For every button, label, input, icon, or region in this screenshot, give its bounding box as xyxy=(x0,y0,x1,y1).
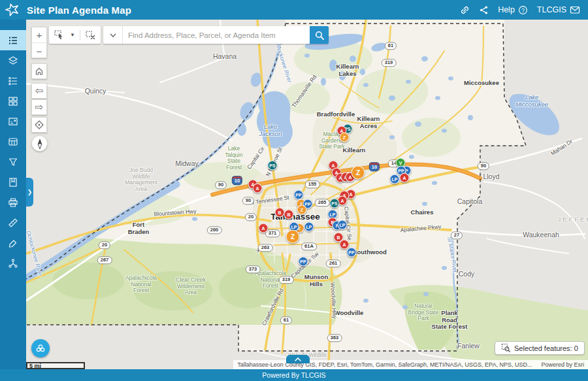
help-button[interactable]: Help ? xyxy=(498,5,528,15)
map-label: Natural Bridge State Park xyxy=(408,303,439,322)
map-marker-PS[interactable]: PS xyxy=(268,161,278,171)
selected-features-icon xyxy=(501,343,511,353)
map-marker-LP[interactable]: LP xyxy=(304,222,314,232)
search-button[interactable] xyxy=(310,26,329,44)
sidebar-item-analysis[interactable] xyxy=(0,253,26,273)
link-icon[interactable] xyxy=(460,5,470,15)
sidebar-item-basemap-gallery[interactable] xyxy=(0,91,26,111)
sidebar-item-legend[interactable] xyxy=(0,30,26,50)
map-label: Apalachee Pkwy xyxy=(400,224,441,234)
network-icon xyxy=(8,258,18,269)
chevron-down-icon xyxy=(108,31,118,40)
map-marker-PP[interactable]: PP xyxy=(294,190,304,200)
app-footer: Powered By TLCGIS xyxy=(0,369,588,381)
home-button[interactable] xyxy=(31,63,47,79)
map-label: Ochlockonee River xyxy=(26,230,43,277)
road-shield: 61 xyxy=(385,42,397,50)
map-label: Killearn Acres xyxy=(357,116,380,129)
left-toolbar xyxy=(0,20,26,381)
tlcgis-contact-button[interactable]: TLCGIS xyxy=(537,5,580,14)
road-shield: 90 xyxy=(478,162,489,170)
map-label: JEFFERS xyxy=(557,216,588,224)
map-label: Southwood xyxy=(353,249,387,256)
sidebar-item-print[interactable] xyxy=(0,192,26,212)
interstate-shield: 10 xyxy=(369,162,380,171)
road-shield: 363 xyxy=(327,334,342,342)
svg-text:?: ? xyxy=(521,7,525,13)
next-extent-button[interactable]: ⇨ xyxy=(31,99,47,115)
sidebar-item-measure[interactable] xyxy=(0,212,26,233)
selection-toolbar: ▼ xyxy=(49,26,101,44)
share-icon[interactable] xyxy=(479,5,489,15)
clear-selection-button[interactable] xyxy=(83,27,98,43)
sidebar-item-layers[interactable] xyxy=(0,50,26,71)
locate-icon xyxy=(34,120,44,130)
sidebar-item-attribute-table[interactable] xyxy=(0,131,26,152)
map-marker-A[interactable]: A xyxy=(253,184,263,193)
map-label: Mahan Dr xyxy=(550,139,574,157)
road-shield: 61 xyxy=(280,316,292,324)
clear-selection-icon xyxy=(85,29,96,41)
map-marker-B[interactable]: B xyxy=(284,210,294,220)
road-shield: 27 xyxy=(451,231,463,239)
road-shield: 90 xyxy=(215,181,227,189)
map-marker-Z[interactable]: Z xyxy=(297,205,307,215)
compass-button[interactable] xyxy=(31,135,48,152)
map-marker-Z[interactable]: Z xyxy=(351,166,365,180)
map-label: Joe Budd Wildlife Management Area xyxy=(125,167,157,192)
road-shield: 20 xyxy=(99,241,110,249)
map-label: Lake Talquin State Forest xyxy=(225,146,243,171)
sidebar-item-map-frame[interactable] xyxy=(0,111,26,131)
attribution-expand-tab[interactable] xyxy=(286,355,310,363)
selected-features-button[interactable]: Selected features: 0 xyxy=(495,341,585,355)
road-shield: 267 xyxy=(97,256,112,264)
map-marker-LP[interactable]: LP xyxy=(390,174,400,184)
map-label: Midway xyxy=(175,160,199,168)
map-marker-PS[interactable]: PS xyxy=(330,199,340,208)
question-circle-icon: ? xyxy=(518,5,528,15)
envelope-icon xyxy=(570,5,580,14)
map-label: Ochlockonee River xyxy=(272,37,292,83)
map-marker-A[interactable]: A xyxy=(259,224,269,233)
map-overlay: HavanaQuincyMidwayKillearn LakesMiccosuk… xyxy=(26,20,588,369)
map-label: Woodville xyxy=(335,310,364,317)
sidebar-item-layer-list[interactable] xyxy=(0,71,26,91)
map-label: Capitola xyxy=(457,198,483,206)
map-marker-Z[interactable]: Z xyxy=(340,133,350,142)
toolbar-divider xyxy=(80,30,80,41)
map-marker-PP[interactable]: PP xyxy=(347,248,357,257)
search-input[interactable] xyxy=(123,26,310,44)
select-tool-button[interactable] xyxy=(52,27,67,43)
select-tool-dropdown[interactable]: ▼ xyxy=(68,27,77,43)
filter-icon xyxy=(8,157,18,167)
map-label: Fanlew xyxy=(457,342,480,350)
chevron-up-icon xyxy=(294,357,302,362)
sidebar-item-draw[interactable] xyxy=(0,233,26,253)
sidebar-item-bookmarks[interactable] xyxy=(0,172,26,192)
scale-label: 5 mi xyxy=(29,363,41,369)
map-marker-PP[interactable]: PP xyxy=(299,257,308,267)
help-label: Help xyxy=(498,5,515,14)
map-marker-LP[interactable]: LP xyxy=(338,220,348,230)
road-shield: 260 xyxy=(207,226,222,234)
road-shield: 319 xyxy=(382,59,397,67)
site-plan-agenda-map-app: { "header": { "title": "Site Plan Agenda… xyxy=(0,0,588,381)
search-source-dropdown[interactable] xyxy=(103,26,123,44)
map-marker-Z[interactable]: Z xyxy=(286,230,300,244)
footer-label: Powered By TLCGIS xyxy=(262,371,325,379)
powered-by-esri: Powered by Esri xyxy=(541,361,584,368)
road-shield: 261 xyxy=(326,259,341,267)
sidebar-item-filter[interactable] xyxy=(0,152,26,172)
map-marker-B[interactable]: B xyxy=(275,208,285,218)
map-marker-A[interactable]: A xyxy=(400,173,410,183)
zoom-out-button[interactable]: − xyxy=(32,43,46,59)
panel-expand-tab[interactable]: ❯ xyxy=(26,178,33,207)
previous-extent-button[interactable]: ⇦ xyxy=(31,83,47,99)
selected-features-label: Selected features: 0 xyxy=(514,344,578,352)
locate-button[interactable] xyxy=(31,117,47,133)
basemap-toggle-button[interactable] xyxy=(31,339,50,357)
map-canvas[interactable]: HavanaQuincyMidwayKillearn LakesMiccosuk… xyxy=(26,20,588,369)
zoom-in-button[interactable]: + xyxy=(32,27,46,43)
map-label: Apalachicola National Forest xyxy=(255,271,286,290)
map-label: St Marks River xyxy=(446,237,458,274)
